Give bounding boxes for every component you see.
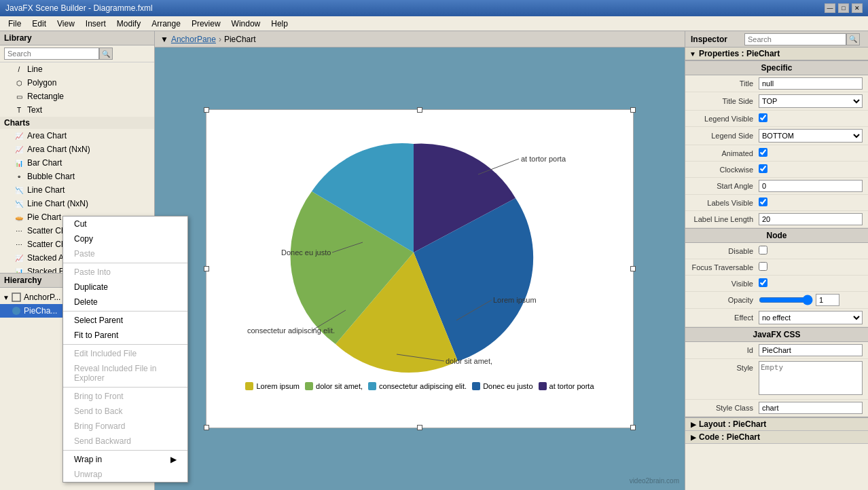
pie-chart-svg: at tortor porta Donec eu justo Lorem ips… <box>206 110 634 375</box>
line-chart-icon: 📉 <box>14 185 24 195</box>
watermark: video2brain.com <box>630 477 679 485</box>
breadcrumb-piechart: PieChart <box>224 35 256 44</box>
title-input[interactable] <box>759 77 863 90</box>
lib-item-line[interactable]: / Line <box>0 62 154 76</box>
effect-select[interactable]: no effect <box>759 311 863 324</box>
breadcrumb-dropdown[interactable]: ▼ <box>160 35 168 44</box>
pie-chart-icon: 🥧 <box>14 212 24 223</box>
library-search-button[interactable]: 🔍 <box>99 48 113 60</box>
prop-start-angle: Start Angle <box>685 178 868 195</box>
style-textarea[interactable] <box>759 361 863 395</box>
ctx-cut[interactable]: Cut <box>63 216 187 231</box>
inspector-label: Inspector <box>691 35 727 44</box>
area-chart-icon: 📈 <box>14 130 24 141</box>
legend-dolor: dolor sit amet, <box>305 382 363 390</box>
menu-arrange[interactable]: Arrange <box>146 18 186 30</box>
ctx-duplicate[interactable]: Duplicate <box>63 280 187 295</box>
disable-checkbox[interactable] <box>759 246 767 255</box>
animated-checkbox[interactable] <box>759 148 767 157</box>
prop-css-id: Id <box>685 342 868 359</box>
stacked-bar-icon: 📊 <box>14 266 24 273</box>
lib-item-polygon[interactable]: ⬡ Polygon <box>0 76 154 90</box>
lib-item-rectangle[interactable]: ▭ Rectangle <box>0 90 154 103</box>
lib-item-line-chart-nxn[interactable]: 📉 Line Chart (NxN) <box>0 197 154 210</box>
menu-view[interactable]: View <box>52 18 80 30</box>
legend-lorem-ipsum: Lorem ipsum <box>245 382 300 390</box>
inspector-search-input[interactable] <box>744 33 846 45</box>
legend-dot-lorem <box>245 382 253 390</box>
chart-container[interactable]: at tortor porta Donec eu justo Lorem ips… <box>206 109 634 428</box>
prop-label-line-length: Label Line Length <box>685 211 868 228</box>
ctx-paste: Paste <box>63 246 187 261</box>
legend-side-select[interactable]: BOTTOM TOP LEFT RIGHT <box>759 129 863 143</box>
stacked-area-icon: 📈 <box>14 252 24 263</box>
properties-section-header[interactable]: ▼ Properties : PieChart <box>685 48 868 60</box>
menu-edit[interactable]: Edit <box>26 18 52 30</box>
css-id-input[interactable] <box>759 344 863 356</box>
ctx-wrap-in[interactable]: Wrap in ▶ <box>63 452 187 467</box>
ctx-bring-forward: Bring Forward <box>63 419 187 434</box>
lib-item-bubble-chart[interactable]: ⚬ Bubble Chart <box>0 170 154 183</box>
polygon-icon: ⬡ <box>14 77 24 88</box>
title-bar-controls: — □ ✕ <box>825 3 863 13</box>
ctx-sep4 <box>63 387 187 388</box>
label-line-length-input[interactable] <box>759 213 863 225</box>
ctx-fit-to-parent[interactable]: Fit to Parent <box>63 328 187 343</box>
library-search-input[interactable] <box>4 48 99 60</box>
labels-visible-checkbox[interactable] <box>759 197 767 206</box>
text-icon: T <box>14 105 24 115</box>
legend-dot-at-tortor <box>539 382 547 390</box>
start-angle-input[interactable] <box>759 180 863 192</box>
ctx-select-parent[interactable]: Select Parent <box>63 313 187 328</box>
ctx-sep2 <box>63 311 187 312</box>
inspector-search-bar: 🔍 <box>742 32 863 47</box>
lib-item-area-chart[interactable]: 📈 Area Chart <box>0 129 154 143</box>
menu-preview[interactable]: Preview <box>186 18 226 30</box>
breadcrumb-anchorpane[interactable]: AnchorPane <box>171 35 216 44</box>
ctx-copy[interactable]: Copy <box>63 231 187 246</box>
legend-dot-dolor <box>305 382 313 390</box>
opacity-slider[interactable] <box>759 295 813 305</box>
code-panel[interactable]: ▶ Code : PieChart <box>685 431 868 444</box>
clockwise-checkbox[interactable] <box>759 164 767 173</box>
style-class-input[interactable] <box>759 402 863 414</box>
focus-traversable-checkbox[interactable] <box>759 262 767 271</box>
bottom-panels: ▶ Layout : PieChart ▶ Code : PieChart <box>685 417 868 444</box>
lib-item-text[interactable]: T Text <box>0 103 154 117</box>
label-dolor-sit-amet: dolor sit amet, <box>446 357 492 365</box>
opacity-input[interactable] <box>816 294 839 306</box>
ctx-send-backward: Send Backward <box>63 434 187 449</box>
right-panel: Inspector 🔍 ▼ Properties : PieChart Spec… <box>685 31 868 490</box>
lib-item-line-chart[interactable]: 📉 Line Chart <box>0 183 154 197</box>
maximize-button[interactable]: □ <box>838 3 849 13</box>
node-section-header: Node <box>685 228 868 243</box>
legend-dot-donec <box>472 382 480 390</box>
minimize-button[interactable]: — <box>825 3 835 13</box>
breadcrumb-bar: ▼ AnchorPane › PieChart <box>155 31 685 48</box>
ctx-delete[interactable]: Delete <box>63 295 187 309</box>
menu-window[interactable]: Window <box>226 18 266 30</box>
title-side-select[interactable]: TOP BOTTOM LEFT RIGHT <box>759 94 863 108</box>
visible-checkbox[interactable] <box>759 278 767 287</box>
inspector-search-button[interactable]: 🔍 <box>846 33 860 45</box>
title-bar: JavaFX Scene Builder - Diagramme.fxml — … <box>0 0 868 16</box>
menu-help[interactable]: Help <box>266 18 293 30</box>
lib-item-area-chart-nxn[interactable]: 📈 Area Chart (NxN) <box>0 143 154 156</box>
canvas-content: at tortor porta Donec eu justo Lorem ips… <box>155 48 685 490</box>
prop-labels-visible: Labels Visible <box>685 195 868 211</box>
prop-title: Title <box>685 75 868 92</box>
menu-insert[interactable]: Insert <box>80 18 111 30</box>
menu-file[interactable]: File <box>3 18 26 30</box>
legend-visible-checkbox[interactable] <box>759 113 767 122</box>
menu-modify[interactable]: Modify <box>111 18 146 30</box>
layout-panel[interactable]: ▶ Layout : PieChart <box>685 418 868 431</box>
lib-item-bar-chart[interactable]: 📊 Bar Chart <box>0 156 154 170</box>
canvas-area: ▼ AnchorPane › PieChart <box>155 31 685 490</box>
prop-style: Style <box>685 359 868 400</box>
prop-legend-visible: Legend Visible <box>685 111 868 127</box>
close-button[interactable]: ✕ <box>852 3 863 13</box>
canvas-scroll[interactable]: at tortor porta Donec eu justo Lorem ips… <box>155 48 685 490</box>
bubble-chart-icon: ⚬ <box>14 171 24 182</box>
title-bar-text: JavaFX Scene Builder - Diagramme.fxml <box>5 3 153 13</box>
prop-opacity: Opacity <box>685 292 868 309</box>
